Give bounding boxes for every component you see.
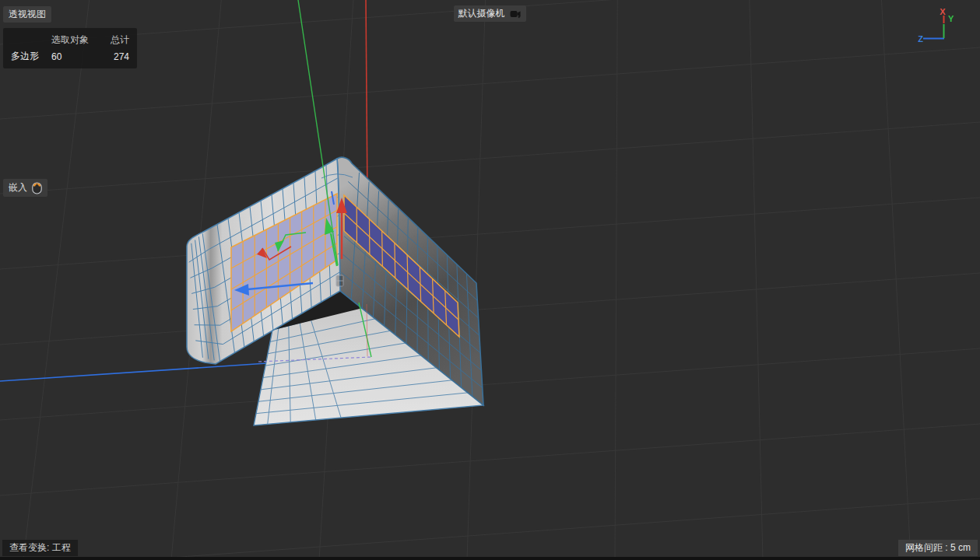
scene-canvas[interactable]: X Y Z (0, 0, 980, 560)
axis-y-label: Y (948, 14, 954, 23)
viewport-grid (0, 0, 980, 560)
axis-modifier-icon (336, 275, 343, 286)
stats-col-total: 总计 (97, 32, 131, 48)
axis-gizmo[interactable]: X Y Z (918, 7, 954, 44)
grid-spacing-status: 网格间距 : 5 cm (898, 540, 978, 556)
camera-menu-label[interactable]: 默认摄像机 (454, 5, 526, 22)
stats-selected-value: 60 (50, 48, 97, 65)
camera-icon[interactable] (509, 9, 522, 19)
tool-hint-text: 嵌入 (9, 181, 27, 194)
stats-total-value: 274 (97, 48, 131, 65)
mouse-icon (32, 182, 42, 194)
tool-hint-label: 嵌入 (3, 179, 47, 197)
view-menu-label[interactable]: 透视视图 (3, 6, 51, 23)
viewport-bottom-edge (0, 557, 980, 560)
camera-label-text: 默认摄像机 (458, 7, 505, 20)
viewport-3d[interactable]: X Y Z 透视视图 选取对象 总计 多边形 60 274 默认摄像机 (0, 0, 980, 560)
selection-stats-panel: 选取对象 总计 多边形 60 274 (3, 28, 137, 68)
stats-corner (9, 32, 50, 48)
stats-col-selected: 选取对象 (50, 32, 97, 48)
view-transform-status: 查看变换: 工程 (2, 540, 78, 556)
stats-row-label: 多边形 (9, 48, 50, 65)
axis-x-label: X (940, 7, 946, 16)
axis-z-label: Z (918, 34, 923, 44)
